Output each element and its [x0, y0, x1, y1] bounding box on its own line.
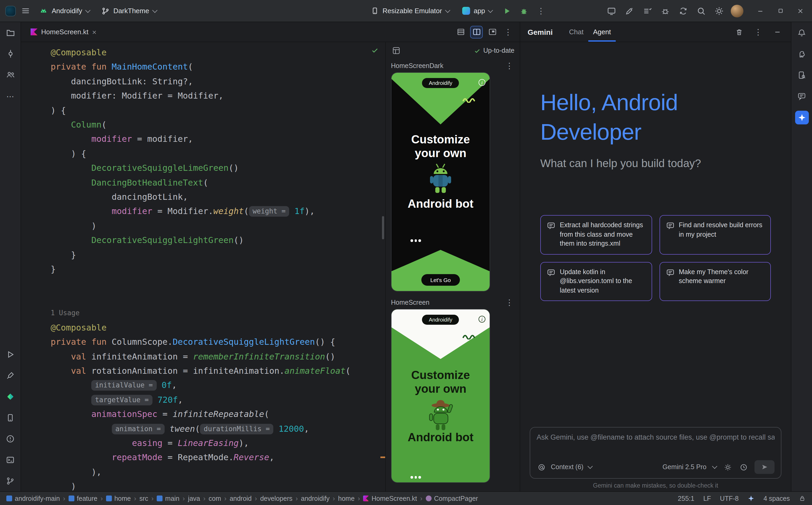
breadcrumb-item[interactable]: main [157, 495, 180, 502]
code-line[interactable]: repeatMode = RepeatMode.Reverse, [51, 451, 385, 465]
code-line[interactable]: modifier = Modifier.weight(weight = 1f), [51, 204, 385, 219]
version-control-icon[interactable] [4, 474, 17, 487]
code-line[interactable]: dancingBotLink, [51, 190, 385, 204]
code-line[interactable]: val infiniteAnimation = rememberInfinite… [51, 349, 385, 364]
context-selector[interactable]: Context (6) [551, 463, 584, 471]
settings-gear-icon[interactable] [713, 4, 725, 17]
code-line[interactable]: targetValue = 720f, [51, 393, 385, 407]
device-streaming-icon[interactable] [605, 4, 618, 17]
code-line[interactable]: 1 Usage [51, 306, 385, 321]
code-editor[interactable]: @Composableprivate fun MainHomeContent( … [21, 42, 385, 491]
code-content[interactable]: @Composableprivate fun MainHomeContent( … [21, 42, 385, 491]
device-selector[interactable]: Resizable Emulator [367, 4, 454, 17]
main-menu-icon[interactable] [19, 4, 32, 17]
user-avatar[interactable] [731, 4, 743, 17]
code-line[interactable]: private fun MainHomeContent( [51, 60, 385, 74]
gemini-spark-icon[interactable] [795, 111, 809, 124]
debug-button[interactable] [518, 4, 531, 17]
code-line[interactable]: } [51, 262, 385, 277]
breadcrumb-item[interactable]: androidify [301, 495, 330, 502]
editor-scrollbar[interactable] [382, 216, 384, 239]
design-view-icon[interactable] [486, 26, 498, 38]
code-line[interactable]: animationSpec = infiniteRepeatable( [51, 407, 385, 422]
gemini-suggestion-card[interactable]: Update kotlin in @libs.version.toml to t… [540, 262, 652, 301]
send-button[interactable] [755, 460, 775, 474]
services-icon[interactable] [4, 369, 17, 382]
code-line[interactable]: dancingBotLink: String?, [51, 74, 385, 89]
ai-bug-icon[interactable] [659, 4, 672, 17]
phone-preview-light[interactable]: Androidify i Customize your own [391, 309, 490, 483]
run-config-selector[interactable]: app [458, 4, 496, 17]
project-selector[interactable]: Androidify [35, 4, 94, 18]
code-line[interactable]: modifier = modifier, [51, 132, 385, 147]
preview-options-icon[interactable]: ⋮ [505, 298, 513, 306]
line-ending[interactable]: LF [703, 495, 711, 502]
window-maximize-icon[interactable] [774, 4, 787, 17]
inspections-ok-icon[interactable] [371, 46, 379, 54]
breadcrumb-item[interactable]: feature [68, 495, 97, 502]
breadcrumb-item[interactable]: com [209, 495, 221, 502]
terminal-icon[interactable] [4, 453, 17, 466]
tab-close-icon[interactable]: × [92, 28, 96, 36]
run-tool-icon[interactable] [4, 348, 17, 361]
code-line[interactable]: easing = LinearEasing), [51, 436, 385, 451]
ai-spark-icon[interactable] [747, 495, 755, 502]
indent-setting[interactable]: 4 spaces [764, 495, 790, 502]
gemini-suggestion-card[interactable]: Make my Theme's color scheme warmer [659, 262, 771, 301]
code-line[interactable]: ), [51, 465, 385, 479]
run-button[interactable] [501, 4, 513, 17]
breadcrumb-item[interactable]: home [338, 495, 355, 502]
code-line[interactable]: initialValue = 0f, [51, 378, 385, 393]
file-encoding[interactable]: UTF-8 [720, 495, 739, 502]
code-line[interactable]: ) { [51, 147, 385, 161]
delete-conversation-icon[interactable] [733, 26, 745, 38]
window-minimize-icon[interactable] [754, 4, 767, 17]
search-icon[interactable] [695, 4, 707, 17]
gemini-settings-icon[interactable] [723, 462, 732, 472]
more-tool-windows-icon[interactable]: ⋯ [4, 90, 17, 102]
breadcrumb-item[interactable]: androidify-main [6, 495, 60, 502]
problems-icon[interactable] [4, 432, 17, 445]
breadcrumb-item[interactable]: developers [260, 495, 292, 502]
code-line[interactable]: modifier: Modifier = Modifier, [51, 89, 385, 103]
phone-preview-dark[interactable]: Androidify i Customize your own [391, 72, 490, 292]
ai-pen-icon[interactable] [623, 4, 636, 17]
code-line[interactable]: private fun ColumnScope.DecorativeSquigg… [51, 335, 385, 349]
model-selector[interactable]: Gemini 2.5 Pro [663, 463, 706, 471]
project-folder-icon[interactable] [4, 26, 17, 39]
gemini-suggestion-card[interactable]: Find and resolve build errors in my proj… [659, 215, 771, 255]
code-line[interactable]: @Composable [51, 45, 385, 60]
breadcrumb-item[interactable]: java [188, 495, 200, 502]
code-line[interactable]: DecorativeSquiggleLimeGreen() [51, 161, 385, 176]
code-line[interactable]: animation = tween(durationMillis = 12000… [51, 422, 385, 436]
preview-layout-icon[interactable] [391, 45, 401, 56]
vcs-branch-selector[interactable]: DarkTheme [97, 4, 161, 18]
code-line[interactable]: Column( [51, 118, 385, 132]
breadcrumb-item[interactable]: home [106, 495, 131, 502]
commit-icon[interactable] [4, 47, 17, 60]
gemini-suggestion-card[interactable]: Extract all hardcoded strings from this … [540, 215, 652, 255]
packages-icon[interactable] [4, 390, 17, 403]
history-icon[interactable] [739, 462, 748, 472]
breadcrumb-item[interactable]: src [139, 495, 148, 502]
pull-requests-icon[interactable] [4, 68, 17, 81]
window-close-icon[interactable] [794, 4, 807, 17]
app-insights-icon[interactable] [795, 90, 808, 102]
gradle-icon[interactable] [795, 47, 808, 60]
breadcrumb-item[interactable]: CompactPager [426, 495, 478, 502]
notifications-bell-icon[interactable] [795, 26, 808, 39]
gemini-options-icon[interactable]: ⋮ [752, 26, 765, 38]
code-line[interactable]: DancingBotHeadlineText( [51, 175, 385, 190]
split-view-icon[interactable] [470, 26, 483, 38]
lets-go-button[interactable]: Let's Go [421, 274, 460, 286]
task-list-icon[interactable] [641, 4, 654, 17]
code-line[interactable]: } [51, 247, 385, 262]
tab-agent[interactable]: Agent [588, 22, 616, 42]
code-line[interactable]: ) [51, 219, 385, 233]
device-explorer-icon[interactable] [795, 68, 808, 81]
code-line[interactable]: ) [51, 479, 385, 491]
preview-options-icon[interactable]: ⋮ [505, 62, 513, 69]
code-line[interactable] [51, 277, 385, 291]
cursor-position[interactable]: 255:1 [678, 495, 694, 502]
tab-chat[interactable]: Chat [564, 22, 588, 42]
